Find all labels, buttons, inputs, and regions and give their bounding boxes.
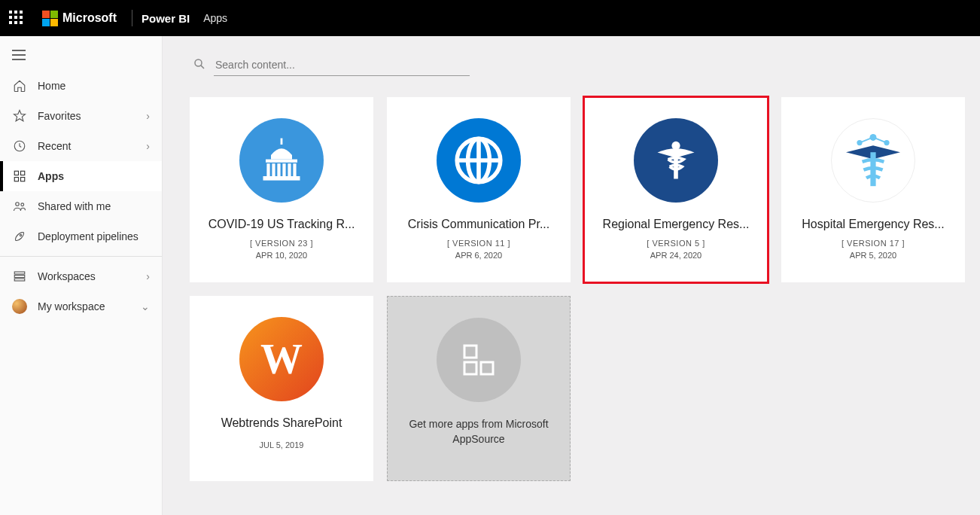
w-icon: W [239, 317, 324, 401]
svg-point-34 [857, 140, 862, 145]
svg-rect-23 [282, 163, 285, 176]
svg-rect-13 [14, 276, 25, 278]
sidebar-item-home[interactable]: Home [0, 71, 162, 101]
chevron-right-icon: › [146, 270, 150, 282]
svg-rect-17 [281, 139, 283, 145]
sidebar-item-my-workspace[interactable]: My workspace ⌄ [0, 291, 162, 321]
svg-rect-12 [14, 272, 25, 274]
app-title: Regional Emergency Res... [596, 218, 756, 231]
brand-company: Microsoft [62, 11, 117, 25]
app-title: Webtrends SharePoint [202, 416, 361, 430]
app-date: APR 10, 2020 [256, 251, 308, 260]
svg-rect-39 [464, 346, 476, 358]
clock-icon [12, 139, 27, 154]
svg-point-35 [884, 140, 889, 145]
sidebar-item-label: Workspaces [38, 270, 96, 282]
svg-rect-6 [21, 171, 25, 175]
svg-rect-5 [14, 171, 18, 175]
rocket-icon [12, 229, 27, 244]
search-input[interactable] [214, 54, 470, 76]
sidebar-item-label: Shared with me [38, 200, 111, 212]
sidebar: Home Favorites › Recent › Apps Shared wi… [0, 36, 163, 515]
svg-point-15 [195, 59, 202, 66]
app-launcher-icon[interactable] [9, 11, 24, 26]
main-content: COVID-19 US Tracking R... [ VERSION 23 ]… [163, 36, 980, 515]
svg-rect-14 [14, 279, 25, 281]
svg-rect-24 [288, 163, 291, 176]
chevron-right-icon: › [146, 110, 150, 122]
app-version: [ VERSION 5 ] [647, 239, 705, 248]
svg-point-9 [16, 203, 20, 206]
sidebar-item-shared[interactable]: Shared with me [0, 191, 162, 221]
breadcrumb: Apps [203, 12, 227, 24]
sidebar-item-apps[interactable]: Apps [0, 161, 162, 191]
svg-rect-7 [14, 178, 18, 181]
apps-icon [12, 169, 27, 184]
svg-rect-25 [293, 163, 296, 176]
sidebar-item-label: Recent [38, 140, 71, 152]
microsoft-square-icon [42, 11, 58, 26]
svg-rect-18 [271, 155, 292, 160]
svg-rect-26 [263, 176, 300, 181]
svg-rect-41 [481, 362, 493, 374]
app-date: APR 6, 2020 [455, 251, 502, 260]
app-card-webtrends[interactable]: W Webtrends SharePoint JUL 5, 2019 [190, 296, 373, 481]
sidebar-item-label: Home [38, 80, 65, 92]
divider [132, 10, 132, 26]
sidebar-item-label: My workspace [38, 300, 105, 312]
get-more-apps-card[interactable]: Get more apps from Microsoft AppSource [387, 296, 571, 481]
sidebar-item-pipelines[interactable]: Deployment pipelines [0, 221, 162, 251]
app-version: [ VERSION 11 ] [447, 239, 510, 248]
chevron-right-icon: › [146, 140, 150, 152]
sidebar-item-recent[interactable]: Recent › [0, 131, 162, 161]
svg-rect-40 [464, 362, 476, 374]
sidebar-item-favorites[interactable]: Favorites › [0, 101, 162, 131]
workspaces-icon [12, 269, 27, 284]
sidebar-item-workspaces[interactable]: Workspaces › [0, 261, 162, 291]
app-date: JUL 5, 2019 [260, 440, 304, 449]
sidebar-item-label: Deployment pipelines [38, 230, 138, 242]
app-card-covid-tracking[interactable]: COVID-19 US Tracking R... [ VERSION 23 ]… [190, 97, 373, 282]
app-version: [ VERSION 23 ] [250, 239, 313, 248]
svg-rect-8 [21, 178, 25, 181]
app-card-crisis-communication[interactable]: Crisis Communication Pr... [ VERSION 11 … [387, 97, 571, 282]
svg-marker-3 [14, 111, 26, 121]
chevron-down-icon: ⌄ [141, 300, 150, 312]
caduceus-light-icon [831, 118, 915, 203]
apps-grid: COVID-19 US Tracking R... [ VERSION 23 ]… [190, 97, 953, 481]
svg-line-16 [201, 65, 204, 68]
svg-rect-21 [272, 163, 275, 176]
sidebar-item-label: Favorites [38, 110, 81, 122]
app-version: [ VERSION 17 ] [842, 239, 905, 248]
search-icon [193, 57, 206, 74]
app-title: Hospital Emergency Res... [793, 218, 953, 231]
app-date: APR 24, 2020 [650, 251, 702, 260]
svg-point-11 [20, 234, 21, 236]
globe-icon [437, 118, 521, 203]
svg-rect-19 [266, 160, 297, 163]
app-card-regional-emergency[interactable]: Regional Emergency Res... [ VERSION 5 ] … [584, 97, 768, 282]
home-icon [12, 78, 27, 93]
sidebar-item-label: Apps [38, 170, 64, 182]
search-bar [193, 54, 953, 76]
capitol-icon [239, 118, 324, 203]
svg-point-10 [21, 203, 24, 206]
svg-rect-22 [277, 163, 280, 176]
top-bar: Microsoft Power BI Apps [0, 0, 980, 36]
shared-icon [12, 199, 27, 214]
divider [0, 256, 162, 257]
app-title: Crisis Communication Pr... [399, 218, 558, 231]
get-more-title: Get more apps from Microsoft AppSource [400, 417, 558, 446]
appsource-icon [437, 318, 521, 402]
app-title: COVID-19 US Tracking R... [202, 218, 361, 231]
caduceus-icon [634, 118, 718, 203]
avatar [12, 299, 27, 314]
svg-point-33 [870, 134, 877, 141]
app-date: APR 5, 2020 [850, 251, 896, 260]
brand-product: Power BI [142, 12, 190, 25]
svg-rect-20 [266, 163, 269, 176]
star-icon [12, 108, 27, 123]
microsoft-logo: Microsoft [42, 11, 117, 26]
app-card-hospital-emergency[interactable]: Hospital Emergency Res... [ VERSION 17 ]… [781, 97, 965, 282]
menu-toggle-button[interactable] [0, 42, 162, 71]
